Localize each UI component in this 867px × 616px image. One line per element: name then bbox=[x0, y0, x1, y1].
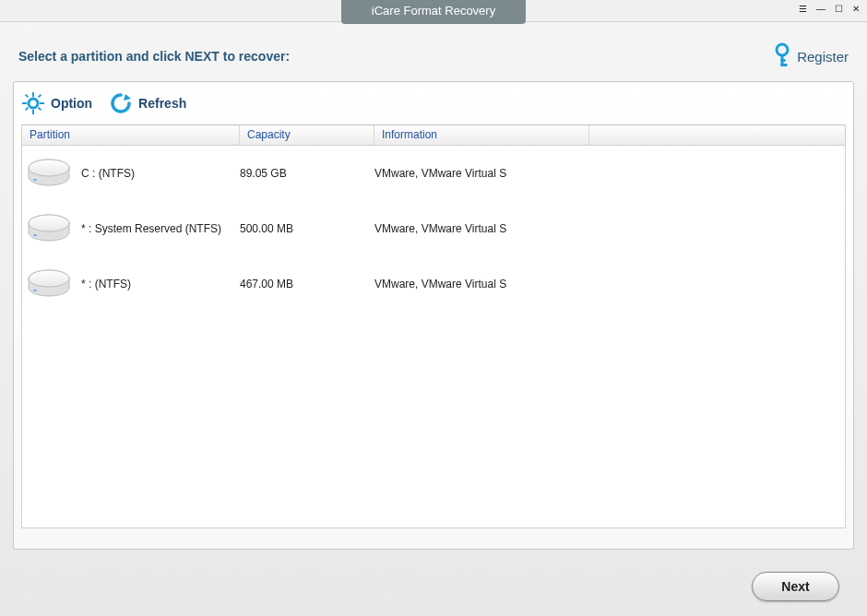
partition-table: Partition Capacity Information C : (NTFS… bbox=[21, 124, 846, 528]
partition-label: C : (NTFS) bbox=[81, 167, 135, 180]
svg-rect-8 bbox=[40, 102, 44, 104]
th-empty bbox=[589, 125, 845, 145]
table-header: Partition Capacity Information bbox=[22, 125, 845, 146]
refresh-button[interactable]: Refresh bbox=[109, 91, 186, 115]
app-title: iCare Format Recovery bbox=[341, 0, 526, 24]
svg-rect-6 bbox=[32, 110, 34, 114]
register-button[interactable]: Register bbox=[773, 42, 849, 70]
capacity-value: 89.05 GB bbox=[240, 167, 374, 180]
svg-rect-9 bbox=[25, 94, 29, 98]
header: Select a partition and click NEXT to rec… bbox=[0, 22, 867, 81]
capacity-value: 500.00 MB bbox=[240, 222, 374, 235]
table-row[interactable]: * : System Reserved (NTFS) 500.00 MB VMw… bbox=[22, 201, 845, 256]
svg-point-21 bbox=[29, 270, 69, 287]
table-row[interactable]: * : (NTFS) 467.00 MB VMware, VMware Virt… bbox=[22, 256, 845, 312]
th-partition[interactable]: Partition bbox=[22, 125, 240, 145]
table-row[interactable]: C : (NTFS) 89.05 GB VMware, VMware Virtu… bbox=[22, 146, 845, 201]
titlebar: iCare Format Recovery ☰ — ☐ ✕ bbox=[0, 0, 867, 22]
th-information[interactable]: Information bbox=[374, 125, 589, 145]
refresh-label: Refresh bbox=[138, 96, 186, 111]
svg-rect-3 bbox=[781, 59, 786, 62]
partition-label: * : (NTFS) bbox=[81, 278, 131, 290]
th-capacity[interactable]: Capacity bbox=[240, 125, 374, 145]
option-label: Option bbox=[51, 96, 92, 111]
svg-point-18 bbox=[29, 215, 69, 231]
refresh-icon bbox=[109, 91, 133, 115]
instruction-text: Select a partition and click NEXT to rec… bbox=[18, 49, 290, 64]
info-value: VMware, VMware Virtual S bbox=[374, 278, 589, 290]
info-value: VMware, VMware Virtual S bbox=[374, 167, 589, 180]
drive-icon bbox=[26, 267, 72, 301]
close-icon[interactable]: ✕ bbox=[852, 4, 860, 14]
footer: Next bbox=[0, 550, 867, 616]
svg-rect-10 bbox=[38, 107, 42, 111]
settings-icon[interactable]: ☰ bbox=[799, 4, 807, 14]
register-label: Register bbox=[797, 49, 849, 65]
key-icon bbox=[773, 42, 791, 70]
svg-marker-13 bbox=[124, 94, 131, 101]
table-body: C : (NTFS) 89.05 GB VMware, VMware Virtu… bbox=[22, 146, 845, 312]
gear-icon bbox=[21, 91, 45, 115]
partition-label: * : System Reserved (NTFS) bbox=[81, 222, 221, 235]
svg-point-19 bbox=[33, 234, 37, 236]
svg-rect-12 bbox=[25, 107, 29, 111]
svg-point-15 bbox=[29, 160, 69, 176]
svg-rect-2 bbox=[781, 64, 788, 66]
svg-rect-7 bbox=[22, 102, 27, 104]
window-controls: ☰ — ☐ ✕ bbox=[799, 4, 860, 14]
main-panel: Option Refresh Partition Capacity Inform… bbox=[13, 81, 854, 550]
minimize-icon[interactable]: — bbox=[816, 4, 825, 14]
svg-rect-5 bbox=[32, 92, 34, 97]
toolbar: Option Refresh bbox=[14, 82, 853, 124]
drive-icon bbox=[26, 157, 72, 190]
next-button[interactable]: Next bbox=[752, 572, 839, 601]
svg-point-0 bbox=[777, 44, 788, 55]
svg-point-4 bbox=[29, 99, 38, 108]
drive-icon bbox=[26, 212, 72, 245]
option-button[interactable]: Option bbox=[21, 91, 92, 115]
svg-point-16 bbox=[33, 179, 37, 181]
svg-rect-11 bbox=[38, 94, 42, 98]
info-value: VMware, VMware Virtual S bbox=[374, 222, 589, 235]
svg-point-22 bbox=[33, 290, 37, 291]
capacity-value: 467.00 MB bbox=[240, 278, 374, 290]
maximize-icon[interactable]: ☐ bbox=[835, 4, 843, 14]
